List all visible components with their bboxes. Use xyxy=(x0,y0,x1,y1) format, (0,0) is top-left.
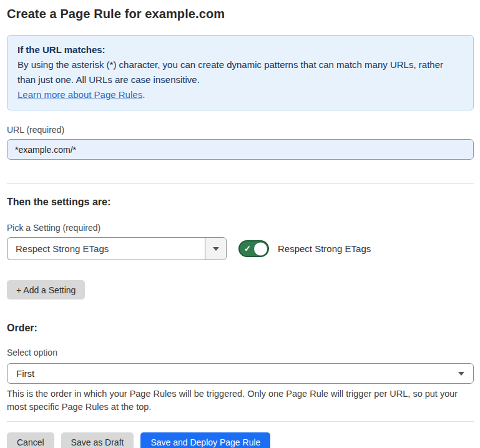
chevron-down-icon xyxy=(458,372,464,376)
select-option-label: Select option xyxy=(7,348,474,358)
order-select-value: First xyxy=(16,368,458,379)
info-box-heading: If the URL matches: xyxy=(17,42,463,57)
chevron-down-icon xyxy=(213,247,219,251)
respect-strong-etags-toggle[interactable]: ✓ xyxy=(238,240,269,257)
pick-setting-label: Pick a Setting (required) xyxy=(7,223,474,233)
setting-select-arrow-button[interactable] xyxy=(205,238,226,260)
section-divider-top xyxy=(7,183,474,184)
learn-more-link[interactable]: Learn more about Page Rules xyxy=(17,89,142,100)
check-icon: ✓ xyxy=(244,245,251,253)
toggle-group: ✓ Respect Strong ETags xyxy=(238,240,371,257)
setting-row: Respect Strong ETags ✓ Respect Strong ET… xyxy=(7,237,474,260)
url-field-label: URL (required) xyxy=(7,125,474,135)
save-and-deploy-button[interactable]: Save and Deploy Page Rule xyxy=(140,432,270,448)
setting-select[interactable]: Respect Strong ETags xyxy=(7,237,227,260)
page-rule-form: Create a Page Rule for example.com If th… xyxy=(0,7,480,448)
link-suffix: . xyxy=(142,89,145,100)
url-input[interactable] xyxy=(7,139,474,160)
footer-actions: Cancel Save as Draft Save and Deploy Pag… xyxy=(7,432,474,448)
order-help-text: This is the order in which your Page Rul… xyxy=(7,387,472,414)
url-match-info-box: If the URL matches: By using the asteris… xyxy=(7,35,474,110)
cancel-button[interactable]: Cancel xyxy=(7,432,54,448)
setting-select-value: Respect Strong ETags xyxy=(7,238,205,260)
save-as-draft-button[interactable]: Save as Draft xyxy=(61,432,134,448)
settings-section-heading: Then the settings are: xyxy=(7,197,474,208)
section-divider-bottom xyxy=(7,421,474,422)
add-setting-button[interactable]: + Add a Setting xyxy=(7,280,85,299)
page-title: Create a Page Rule for example.com xyxy=(7,7,474,21)
order-section-heading: Order: xyxy=(7,323,474,334)
info-box-body: By using the asterisk (*) character, you… xyxy=(17,57,463,102)
info-box-body-text: By using the asterisk (*) character, you… xyxy=(17,59,443,85)
toggle-label: Respect Strong ETags xyxy=(278,243,371,254)
order-select[interactable]: First xyxy=(7,363,474,384)
toggle-knob xyxy=(254,242,267,255)
